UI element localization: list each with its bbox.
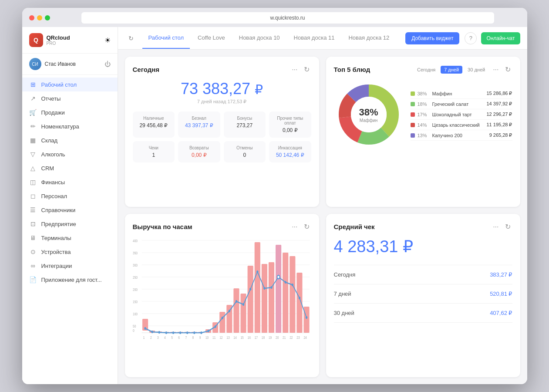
svg-text:21: 21 xyxy=(283,335,286,340)
staff-icon: ◻ xyxy=(29,193,37,199)
period-7days[interactable]: 7 дней xyxy=(441,66,462,74)
svg-point-57 xyxy=(200,331,202,334)
stat-other: Прочие типы оплат 0,00 ₽ xyxy=(269,112,311,138)
nav-menu: ⊞ Рабочий стол ↗ Отчеты 🛒 Продажи ✏ Номе… xyxy=(22,75,118,384)
period-today[interactable]: Сегодня xyxy=(414,66,439,74)
revenue-refresh-button[interactable]: ↻ xyxy=(302,222,311,232)
nomenclature-icon: ✏ xyxy=(29,123,37,130)
brand-plan: PRO xyxy=(47,41,70,46)
sidebar-item-label: Финансы xyxy=(41,179,65,186)
sidebar-item-finance[interactable]: ◫ Финансы xyxy=(22,175,118,189)
user-avatar: СИ xyxy=(29,58,41,70)
alcohol-icon: ▽ xyxy=(29,151,37,158)
traffic-lights xyxy=(29,15,50,20)
revenue-title: Выручка по часам xyxy=(133,223,192,230)
svg-point-52 xyxy=(165,331,167,334)
revenue-more-button[interactable]: ··· xyxy=(290,222,299,232)
sidebar-item-label: Устройства xyxy=(41,249,71,255)
today-amount: 73 383,27 ₽ xyxy=(133,80,311,98)
svg-text:100: 100 xyxy=(133,312,138,316)
main-content: ↻ Рабочий стол Coffe Love Новая доска 10… xyxy=(118,27,527,384)
svg-point-55 xyxy=(186,331,188,334)
sidebar-item-warehouse[interactable]: ▦ Склад xyxy=(22,133,118,147)
svg-text:9: 9 xyxy=(199,335,201,340)
svg-text:8: 8 xyxy=(192,335,194,340)
terminals-icon: 🖥 xyxy=(29,234,37,241)
svg-text:250: 250 xyxy=(133,275,138,280)
browser-chrome: w.quickresto.ru xyxy=(22,8,527,27)
sidebar-item-label: Справочники xyxy=(41,207,76,213)
donut-chart: 38% Маффин xyxy=(334,80,404,149)
address-bar[interactable]: w.quickresto.ru xyxy=(81,12,494,24)
tab-board-12[interactable]: Новая доска 12 xyxy=(342,27,395,49)
sales-icon: 🛒 xyxy=(29,109,37,116)
minimize-button[interactable] xyxy=(37,15,42,20)
today-actions: ··· ↻ xyxy=(290,64,311,74)
donut-label: Маффин xyxy=(359,118,378,123)
sidebar-item-dashboard[interactable]: ⊞ Рабочий стол xyxy=(22,78,118,91)
svg-text:12: 12 xyxy=(219,335,222,340)
sidebar-item-crm[interactable]: △ CRM xyxy=(22,161,118,175)
top5-more-button[interactable]: ··· xyxy=(491,65,500,74)
stat-collection: Инкассация 50 142,46 ₽ xyxy=(269,141,311,162)
sidebar-item-staff[interactable]: ◻ Персонал xyxy=(22,189,118,203)
sidebar-item-enterprise[interactable]: ⊡ Предприятие xyxy=(22,217,118,231)
url-text: w.quickresto.ru xyxy=(270,15,305,21)
top5-refresh-button[interactable]: ↻ xyxy=(503,64,512,74)
sidebar-item-reports[interactable]: ↗ Отчеты xyxy=(22,91,118,105)
svg-rect-42 xyxy=(261,264,267,333)
top5-header: Топ 5 блюд Сегодня 7 дней 30 дней ··· ↻ xyxy=(334,64,512,74)
chat-button[interactable]: Онлайн-чат xyxy=(481,32,520,44)
svg-point-53 xyxy=(172,331,174,334)
tab-coffe-love[interactable]: Coffe Love xyxy=(192,27,231,49)
sidebar-item-devices[interactable]: ⊙ Устройства xyxy=(22,245,118,259)
period-30days[interactable]: 30 дней xyxy=(464,66,488,74)
donut-pct: 38% xyxy=(359,107,378,118)
guest-app-icon: 📄 xyxy=(29,276,37,283)
avg-row-30days: 30 дней 407,62 ₽ xyxy=(334,304,512,323)
svg-point-65 xyxy=(256,270,258,273)
avg-refresh-button[interactable]: ↻ xyxy=(503,222,512,232)
logout-icon[interactable]: ⏻ xyxy=(104,61,111,68)
svg-text:3: 3 xyxy=(157,335,159,340)
add-widget-button[interactable]: Добавить виджет xyxy=(405,32,459,44)
sidebar-item-guest-app[interactable]: 📄 Приложение для гост... xyxy=(22,273,118,287)
devices-icon: ⊙ xyxy=(29,248,37,255)
avg-more-button[interactable]: ··· xyxy=(491,222,500,232)
svg-point-62 xyxy=(235,300,237,303)
maximize-button[interactable] xyxy=(45,15,50,20)
legend-item: 13%Капучино 200 9 265,28 ₽ xyxy=(411,130,512,141)
sidebar-item-label: Персонал xyxy=(41,193,67,199)
sidebar-item-label: Терминалы xyxy=(41,235,71,241)
refresh-button[interactable]: ↻ xyxy=(125,32,137,44)
today-more-button[interactable]: ··· xyxy=(290,65,299,74)
browser-window: w.quickresto.ru Q QRcloud PRO ☀ СИ xyxy=(22,8,527,384)
svg-rect-38 xyxy=(233,288,239,333)
dashboard: Сегодня ··· ↻ 73 383,27 ₽ 7 дней назад 1… xyxy=(118,50,527,384)
tab-board-11[interactable]: Новая доска 11 xyxy=(288,27,341,49)
today-refresh-button[interactable]: ↻ xyxy=(302,64,311,74)
sidebar-item-integrations[interactable]: ∞ Интеграции xyxy=(22,259,118,273)
sidebar-item-alcohol[interactable]: ▽ Алкоголь xyxy=(22,147,118,161)
svg-text:50: 50 xyxy=(133,324,136,328)
sidebar-item-label: Отчеты xyxy=(41,95,61,102)
tab-board-10[interactable]: Новая доска 10 xyxy=(233,27,286,49)
tab-dashboard[interactable]: Рабочий стол xyxy=(142,27,190,49)
sidebar-item-terminals[interactable]: 🖥 Терминалы xyxy=(22,231,118,245)
sidebar-item-directories[interactable]: ☰ Справочники xyxy=(22,203,118,217)
theme-icon[interactable]: ☀ xyxy=(104,36,111,44)
legend-item: 18%Греческий салат 14 397,92 ₽ xyxy=(411,99,512,109)
close-button[interactable] xyxy=(29,15,34,20)
sidebar-item-sales[interactable]: 🛒 Продажи xyxy=(22,105,118,119)
sidebar-item-nomenclature[interactable]: ✏ Номенклатура xyxy=(22,119,118,133)
avg-check-widget: Средний чек ··· ↻ 4 283,31 ₽ Сегодня 383… xyxy=(326,214,520,377)
svg-text:150: 150 xyxy=(133,300,138,304)
finance-icon: ◫ xyxy=(29,179,37,186)
sidebar-header: Q QRcloud PRO ☀ xyxy=(22,27,118,54)
warehouse-icon: ▦ xyxy=(29,137,37,144)
help-button[interactable]: ? xyxy=(465,32,477,44)
avg-check-title: Средний чек xyxy=(334,223,375,230)
avg-check-header: Средний чек ··· ↻ xyxy=(334,222,512,232)
svg-rect-48 xyxy=(303,307,309,333)
svg-point-56 xyxy=(193,331,195,334)
